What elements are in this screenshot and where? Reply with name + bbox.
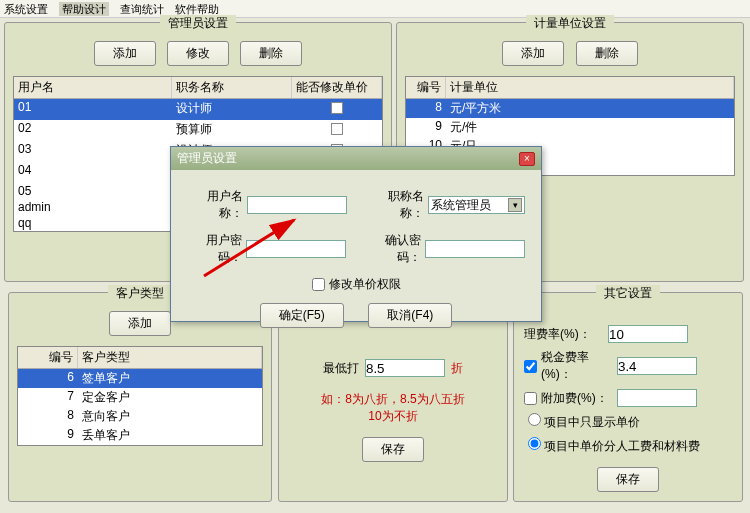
table-row[interactable]: 01设计师 [14,99,382,120]
password-label: 用户密码： [187,232,242,266]
admin-dialog: 管理员设置 × 用户名称： 职称名称： 系统管理员 ▾ 用户密码： 确认密码： … [170,146,542,322]
admin-col-role: 职务名称 [172,77,292,98]
dialog-title-text: 管理员设置 [177,150,237,167]
price-split-label: 项目中单价分人工费和材料费 [544,439,700,453]
admin-delete-button[interactable]: 删除 [240,41,302,66]
admin-col-user: 用户名 [14,77,172,98]
mgmt-fee-input[interactable] [608,325,688,343]
row-checkbox[interactable] [331,102,343,114]
admin-edit-button[interactable]: 修改 [167,41,229,66]
unit-panel-title: 计量单位设置 [526,15,614,32]
customer-panel-title: 客户类型 [108,285,172,302]
table-row[interactable]: 8意向客户 [18,407,262,426]
password2-label: 确认密码： [366,232,421,266]
other-panel-title: 其它设置 [596,285,660,302]
role-label: 职称名称： [368,188,424,222]
menu-software-help[interactable]: 软件帮助 [175,3,219,15]
menu-query[interactable]: 查询统计 [120,3,164,15]
table-row[interactable]: 02预算师 [14,120,382,141]
modify-price-label: 修改单价权限 [329,276,401,293]
admin-col-chk: 能否修改单价 [292,77,382,98]
dialog-ok-button[interactable]: 确定(F5) [260,303,344,328]
username-label: 用户名称： [187,188,243,222]
discount-save-button[interactable]: 保存 [362,437,424,462]
dialog-cancel-button[interactable]: 取消(F4) [368,303,452,328]
discount-suffix: 折 [451,360,463,377]
unit-col-unit: 计量单位 [446,77,734,98]
price-only-radio[interactable] [528,413,541,426]
unit-col-id: 编号 [406,77,446,98]
chevron-down-icon: ▾ [508,198,522,212]
tax-fee-checkbox[interactable] [524,360,537,373]
add-fee-checkbox[interactable] [524,392,537,405]
password-input[interactable] [246,240,346,258]
role-dropdown-value: 系统管理员 [431,197,491,214]
cust-col-type: 客户类型 [78,347,262,368]
add-fee-label: 附加费(%)： [541,390,617,407]
admin-panel-title: 管理员设置 [160,15,236,32]
table-row[interactable]: 9丢单客户 [18,426,262,445]
tax-fee-label: 税金费率(%)： [541,349,617,383]
password2-input[interactable] [425,240,525,258]
menu-help-design[interactable]: 帮助设计 [59,2,109,16]
min-discount-label: 最低打 [323,360,359,377]
price-only-label: 项目中只显示单价 [544,415,640,429]
unit-add-button[interactable]: 添加 [502,41,564,66]
close-icon[interactable]: × [519,152,535,166]
min-discount-input[interactable] [365,359,445,377]
add-fee-input[interactable] [617,389,697,407]
admin-add-button[interactable]: 添加 [94,41,156,66]
cust-col-id: 编号 [18,347,78,368]
discount-hint: 如：8为八折，8.5为八五折 10为不折 [279,391,507,425]
table-row[interactable]: 7定金客户 [18,388,262,407]
unit-delete-button[interactable]: 删除 [576,41,638,66]
row-checkbox[interactable] [331,123,343,135]
price-split-radio[interactable] [528,437,541,450]
other-panel: 其它设置 理费率(%)： 税金费率(%)： 附加费(%)： 项目中只显示单价 项… [513,292,743,502]
role-dropdown[interactable]: 系统管理员 ▾ [428,196,525,214]
username-input[interactable] [247,196,347,214]
table-row[interactable]: 9元/件 [406,118,734,137]
cust-add-button[interactable]: 添加 [109,311,171,336]
tax-fee-input[interactable] [617,357,697,375]
table-row[interactable]: 8元/平方米 [406,99,734,118]
modify-price-checkbox[interactable] [312,278,325,291]
table-row[interactable]: 6签单客户 [18,369,262,388]
menu-system[interactable]: 系统设置 [4,3,48,15]
menu-bar: 系统设置 帮助设计 查询统计 软件帮助 [0,0,750,18]
other-save-button[interactable]: 保存 [597,467,659,492]
customer-table: 编号 客户类型 6签单客户7定金客户8意向客户9丢单客户 [17,346,263,446]
